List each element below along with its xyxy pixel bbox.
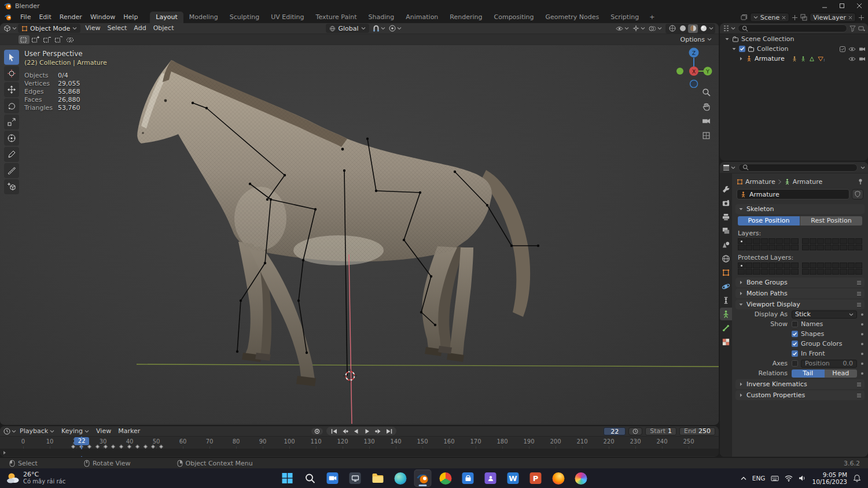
hint-select[interactable]: Select xyxy=(9,460,38,467)
layer-cell[interactable] xyxy=(761,263,768,268)
panel-custom-properties[interactable]: Custom Properties xyxy=(735,390,865,400)
workspace-tab-texture-paint[interactable]: Texture Paint xyxy=(310,12,363,23)
panel-viewport-display[interactable]: Viewport Display xyxy=(735,300,865,309)
viewport-menu-add[interactable]: Add xyxy=(130,23,149,34)
current-frame-field[interactable]: 22 xyxy=(604,427,626,435)
armature-name-field[interactable]: Armature xyxy=(737,189,849,199)
powerpoint-icon[interactable]: P xyxy=(527,469,545,487)
proportional-editing-button[interactable] xyxy=(389,25,402,32)
head-button[interactable]: Head xyxy=(825,369,858,378)
navigation-gizmo[interactable]: Z Y X xyxy=(674,47,714,88)
layer-cell[interactable] xyxy=(753,238,760,244)
next-keyframe-button[interactable] xyxy=(373,427,382,435)
keyframe-diamond[interactable] xyxy=(95,445,100,449)
layer-cell[interactable] xyxy=(776,269,783,275)
layer-cell[interactable] xyxy=(855,238,862,244)
layer-cell[interactable] xyxy=(848,263,855,268)
layer-cell[interactable] xyxy=(802,269,809,275)
panel-bone-groups[interactable]: Bone Groups xyxy=(735,278,865,287)
workspace-tab-shading[interactable]: Shading xyxy=(363,12,400,23)
layer-cell[interactable] xyxy=(738,245,745,250)
layer-cell[interactable] xyxy=(791,245,798,250)
menu-edit[interactable]: Edit xyxy=(35,12,55,23)
timeline-editor-type-button[interactable] xyxy=(3,428,16,435)
keyframe-diamond[interactable] xyxy=(144,445,148,449)
photos-icon[interactable] xyxy=(572,469,590,487)
language-indicator[interactable]: ENG xyxy=(752,475,766,482)
panel-motion-paths[interactable]: Motion Paths xyxy=(735,289,865,298)
layer-cell[interactable] xyxy=(776,263,783,268)
hint-object-context-menu[interactable]: Object Context Menu xyxy=(177,460,253,467)
tool-measure-button[interactable] xyxy=(4,163,19,178)
frame-start-field[interactable]: Start 1 xyxy=(645,427,676,435)
armature-layers-grid[interactable] xyxy=(732,238,868,252)
properties-tab-texture[interactable] xyxy=(720,335,732,348)
layer-cell[interactable] xyxy=(745,245,752,250)
layer-cell[interactable] xyxy=(840,245,847,250)
layer-cell[interactable] xyxy=(738,238,745,244)
animate-dot[interactable] xyxy=(861,343,863,345)
properties-tab-bone[interactable] xyxy=(720,321,732,334)
layer-cell[interactable] xyxy=(840,238,847,244)
pose-position-button[interactable]: Pose Position xyxy=(738,216,800,225)
protected-layers-grid[interactable] xyxy=(732,262,868,276)
app-menu-button[interactable] xyxy=(0,13,16,21)
layer-cell[interactable] xyxy=(817,263,824,268)
disable-render-camera-icon[interactable] xyxy=(859,46,866,52)
workspace-tab-geometry-nodes[interactable]: Geometry Nodes xyxy=(539,12,605,23)
object-visibility-dropdown[interactable] xyxy=(616,25,629,32)
layer-cell[interactable] xyxy=(761,245,768,250)
overlays-dropdown[interactable] xyxy=(649,25,662,32)
layer-cell[interactable] xyxy=(848,238,855,244)
transform-orientation-dropdown[interactable]: Global xyxy=(326,24,369,33)
group-colors-checkbox[interactable] xyxy=(792,341,798,347)
mode-dropdown[interactable]: Object Mode xyxy=(18,24,80,33)
outliner-editor-type-button[interactable] xyxy=(723,25,735,32)
timeline-menu-view[interactable]: View xyxy=(93,427,115,435)
select-mode-new-button[interactable] xyxy=(19,35,30,44)
layer-cell[interactable] xyxy=(791,263,798,268)
shading-material-button[interactable] xyxy=(688,24,698,33)
tool-move-button[interactable] xyxy=(4,82,19,97)
workspace-tab-uv-editing[interactable]: UV Editing xyxy=(265,12,310,23)
tool-scale-button[interactable] xyxy=(4,114,19,130)
camera-view-icon[interactable] xyxy=(701,116,711,126)
clock-widget[interactable]: 9:05 PM 10/16/2023 xyxy=(812,471,847,485)
select-mode-subtract-button[interactable] xyxy=(42,35,53,44)
shading-rendered-button[interactable] xyxy=(698,24,708,33)
camera-icon[interactable] xyxy=(324,469,341,487)
layer-cell[interactable] xyxy=(776,245,783,250)
blender-icon[interactable] xyxy=(414,469,432,487)
properties-search-input[interactable] xyxy=(738,164,858,172)
menu-file[interactable]: File xyxy=(16,12,35,23)
layer-cell[interactable] xyxy=(848,245,855,250)
layer-cell[interactable] xyxy=(791,269,798,275)
layer-cell[interactable] xyxy=(810,238,816,244)
hint-rotate-view[interactable]: Rotate View xyxy=(84,460,131,467)
in-front-checkbox[interactable] xyxy=(792,350,798,357)
properties-tab-object[interactable] xyxy=(720,266,732,279)
panel-options-icon[interactable] xyxy=(856,302,862,307)
tool-rotate-button[interactable] xyxy=(4,98,19,113)
start-icon[interactable] xyxy=(279,469,296,487)
layer-cell[interactable] xyxy=(753,263,760,268)
volume-icon[interactable] xyxy=(799,475,806,482)
layer-cell[interactable] xyxy=(802,245,809,250)
viewport-menu-object[interactable]: Object xyxy=(150,23,178,34)
layer-cell[interactable] xyxy=(840,269,847,275)
notification-bell-icon[interactable] xyxy=(853,474,861,482)
properties-tab-world[interactable] xyxy=(720,252,732,265)
menu-render[interactable]: Render xyxy=(56,12,86,23)
keyframe-diamond[interactable] xyxy=(111,445,115,449)
layer-cell[interactable] xyxy=(848,269,855,275)
keyframe-diamond[interactable] xyxy=(151,445,155,449)
monitor-icon[interactable] xyxy=(347,469,364,487)
viewport-menu-view[interactable]: View xyxy=(82,23,104,34)
panel-skeleton[interactable]: Skeleton xyxy=(735,204,865,214)
workspace-tab-modeling[interactable]: Modeling xyxy=(183,12,224,23)
tool-cursor-button[interactable] xyxy=(4,66,19,81)
properties-tab-physics[interactable] xyxy=(720,280,732,293)
add-workspace-button[interactable]: + xyxy=(645,12,659,23)
prev-keyframe-button[interactable] xyxy=(340,427,350,435)
weather-widget[interactable]: 26°C Có mây rải rác xyxy=(6,471,65,485)
